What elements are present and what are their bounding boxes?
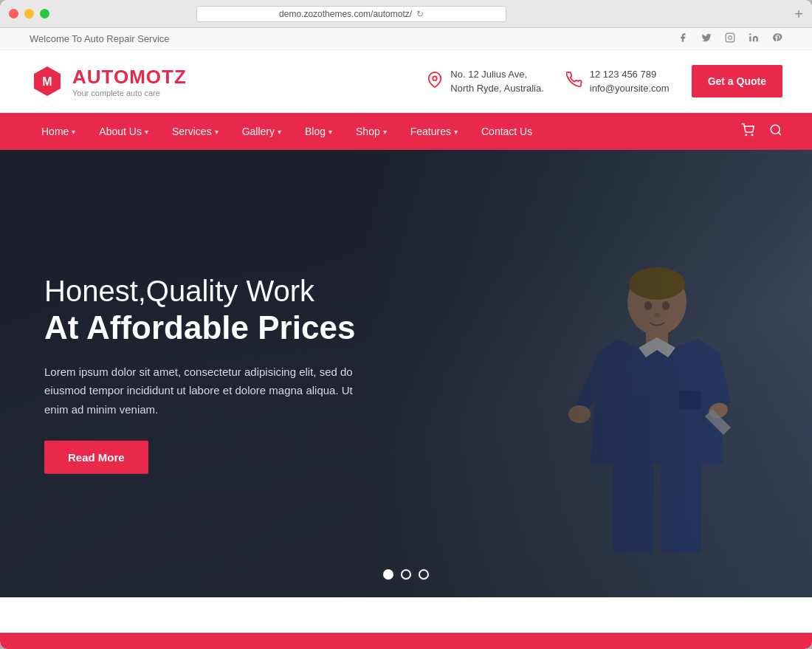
site-nav: Home ▾ About Us ▾ Services ▾ <box>0 113 812 150</box>
home-dropdown-arrow: ▾ <box>72 128 75 136</box>
address-text: No. 12 Julius Ave, North Ryde, Australia… <box>450 67 543 96</box>
hero-heading-light: Honest,Quality Work <box>44 273 369 309</box>
site-wrapper: Welcome To Auto Repair Service <box>0 28 812 649</box>
svg-point-6 <box>746 134 747 136</box>
logo-icon: M <box>30 63 65 99</box>
top-bar: Welcome To Auto Repair Service <box>0 28 812 50</box>
nav-item-features: Features ▾ <box>399 114 469 149</box>
search-icon[interactable] <box>769 123 782 140</box>
address-line2: North Ryde, Australia. <box>450 81 543 96</box>
svg-point-5 <box>433 76 438 80</box>
nav-item-services: Services ▾ <box>160 114 230 149</box>
mac-close-btn[interactable] <box>9 9 18 18</box>
nav-link-home[interactable]: Home ▾ <box>30 114 87 149</box>
nav-link-gallery[interactable]: Gallery ▾ <box>230 114 293 149</box>
slider-dot-3[interactable] <box>419 569 429 580</box>
mac-titlebar: demo.zozothemes.com/automotz/ ↻ + <box>0 0 812 28</box>
url-bar[interactable]: demo.zozothemes.com/automotz/ ↻ <box>196 6 506 22</box>
hero-cta-button[interactable]: Read More <box>44 441 148 474</box>
blog-dropdown-arrow: ▾ <box>328 128 332 136</box>
location-icon <box>427 72 443 92</box>
svg-line-9 <box>778 132 780 134</box>
services-dropdown-arrow: ▾ <box>215 128 219 136</box>
svg-rect-0 <box>726 33 734 42</box>
logo-suffix: MOTZ <box>129 66 187 88</box>
gallery-dropdown-arrow: ▾ <box>278 128 281 136</box>
nav-link-services[interactable]: Services ▾ <box>160 114 230 149</box>
new-tab-button[interactable]: + <box>794 7 803 21</box>
url-text: demo.zozothemes.com/automotz/ <box>279 9 412 19</box>
phone-contact: 12 123 456 789 info@yoursite.com <box>566 67 670 96</box>
slider-dot-2[interactable] <box>401 569 411 580</box>
twitter-icon[interactable] <box>701 32 712 45</box>
hero-description: Lorem ipsum dolor sit amet, consectetur … <box>44 363 369 419</box>
slider-dot-1[interactable] <box>383 569 393 580</box>
nav-link-features[interactable]: Features ▾ <box>399 114 469 149</box>
refresh-icon[interactable]: ↻ <box>416 9 424 19</box>
nav-link-about[interactable]: About Us ▾ <box>87 114 160 149</box>
svg-text:M: M <box>42 75 52 88</box>
nav-link-blog[interactable]: Blog ▾ <box>293 114 344 149</box>
features-dropdown-arrow: ▾ <box>454 128 458 136</box>
phone-number: 12 123 456 789 <box>590 67 670 82</box>
nav-menu: Home ▾ About Us ▾ Services ▾ <box>30 114 544 149</box>
instagram-icon[interactable] <box>725 32 735 45</box>
nav-icons <box>741 123 782 140</box>
phone-icon <box>566 72 582 92</box>
svg-point-8 <box>771 125 780 134</box>
nav-item-contact: Contact Us <box>469 114 544 149</box>
nav-link-contact[interactable]: Contact Us <box>469 114 544 149</box>
hero-heading-bold: At Affordable Prices <box>44 309 369 348</box>
linkedin-icon[interactable] <box>749 32 759 45</box>
about-dropdown-arrow: ▾ <box>145 128 148 136</box>
svg-point-7 <box>751 134 753 136</box>
header-contact: No. 12 Julius Ave, North Ryde, Australia… <box>427 65 782 97</box>
nav-link-shop[interactable]: Shop ▾ <box>344 114 399 149</box>
logo-text: AUTOMOTZ Your complete auto care <box>72 66 187 97</box>
cart-icon[interactable] <box>741 123 754 140</box>
welcome-text: Welcome To Auto Repair Service <box>30 33 170 44</box>
email-address: info@yoursite.com <box>590 81 670 96</box>
hero-section: Honest,Quality Work At Affordable Prices… <box>0 150 812 597</box>
pink-bottom-bar <box>0 633 812 649</box>
phone-text: 12 123 456 789 info@yoursite.com <box>590 67 670 96</box>
mac-maximize-btn[interactable] <box>40 9 49 18</box>
nav-item-gallery: Gallery ▾ <box>230 114 293 149</box>
logo-tagline: Your complete auto care <box>72 89 187 97</box>
logo-prefix: AUTO <box>72 66 129 88</box>
quote-button[interactable]: Get a Quote <box>692 65 782 97</box>
social-links <box>678 32 782 45</box>
logo-brand: AUTOMOTZ <box>72 66 187 89</box>
nav-item-blog: Blog ▾ <box>293 114 344 149</box>
pinterest-icon[interactable] <box>772 32 782 45</box>
facebook-icon[interactable] <box>678 32 688 45</box>
address-line1: No. 12 Julius Ave, <box>450 67 543 82</box>
nav-item-shop: Shop ▾ <box>344 114 399 149</box>
logo-area: M AUTOMOTZ Your complete auto care <box>30 63 187 99</box>
nav-item-about: About Us ▾ <box>87 114 160 149</box>
below-hero-strip <box>0 597 812 633</box>
mac-window: demo.zozothemes.com/automotz/ ↻ + Welcom… <box>0 0 812 649</box>
svg-point-2 <box>749 33 751 35</box>
nav-item-home: Home ▾ <box>30 114 87 149</box>
mac-minimize-btn[interactable] <box>24 9 34 18</box>
address-contact: No. 12 Julius Ave, North Ryde, Australia… <box>427 67 543 96</box>
slider-dots <box>383 569 429 580</box>
hero-content: Honest,Quality Work At Affordable Prices… <box>44 273 369 474</box>
shop-dropdown-arrow: ▾ <box>383 128 387 136</box>
site-header: M AUTOMOTZ Your complete auto care No. 1… <box>0 50 812 113</box>
